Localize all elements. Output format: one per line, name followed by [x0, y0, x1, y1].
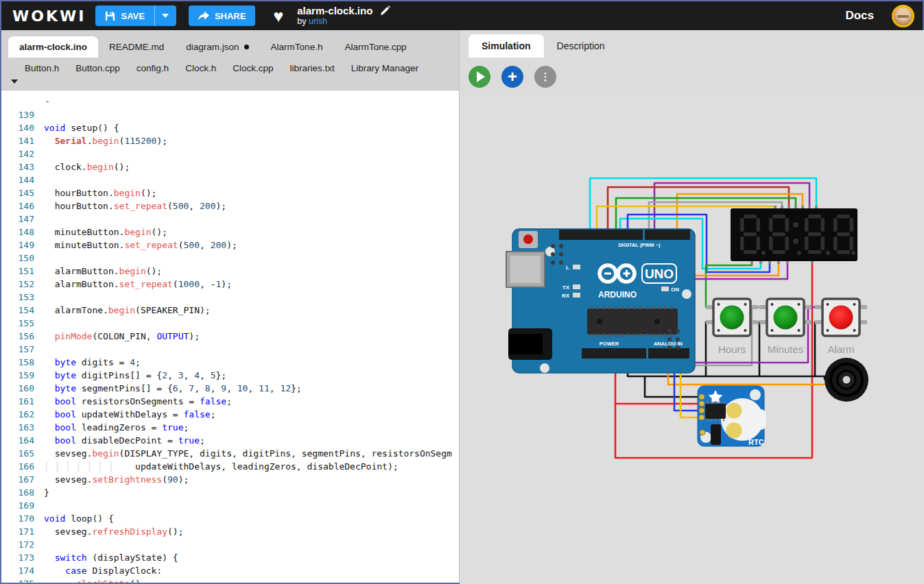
code-line: 153: [1, 291, 459, 304]
line-number: 153: [1, 291, 44, 304]
line-number: 175: [1, 577, 44, 583]
tab-label: config.h: [137, 63, 169, 73]
line-text: }: [44, 486, 459, 499]
unsaved-dot-icon: [244, 45, 249, 49]
pushbutton-hours[interactable]: Hours: [706, 299, 758, 355]
line-text: switch (displayState) {: [44, 551, 459, 564]
project-title: alarm-clock.ino: [297, 5, 372, 16]
save-dropdown-button[interactable]: [154, 5, 176, 26]
file-tab-alarmtone-cpp[interactable]: AlarmTone.cpp: [333, 36, 417, 58]
tab-label: libraries.txt: [289, 63, 334, 73]
sim-tab-description[interactable]: Description: [544, 34, 618, 58]
line-number: 150: [1, 252, 44, 265]
line-text: [44, 291, 459, 304]
file-tab-readme-md[interactable]: README.md: [98, 36, 175, 58]
byline-prefix: by: [297, 16, 306, 26]
file-tab-library-manager[interactable]: Library Manager: [343, 60, 427, 77]
uno-label: UNO: [645, 267, 674, 281]
more-options-button[interactable]: ⋮: [534, 66, 556, 88]
line-text: pinMode(COLON_PIN, OUTPUT);: [44, 330, 459, 343]
piezo-buzzer[interactable]: [825, 358, 868, 402]
line-text: }: [44, 101, 459, 102]
line-number: 169: [1, 499, 44, 512]
wire-black-rtc[interactable]: [645, 376, 698, 397]
on-label: ON: [671, 287, 679, 293]
tab-label: Simulation: [482, 40, 531, 51]
colon-dot-top: [793, 222, 798, 228]
digital-label: DIGITAL (PWM ~): [618, 242, 661, 248]
code-line: 150: [1, 252, 459, 265]
author-link[interactable]: urish: [309, 16, 327, 26]
pushbutton-alarm[interactable]: Alarm: [815, 299, 867, 355]
simulation-tabs: SimulationDescription: [460, 30, 924, 58]
code-line: 160 byte segmentPins[] = {6, 7, 8, 9, 10…: [1, 382, 459, 395]
line-text: [44, 317, 459, 330]
docs-link[interactable]: Docs: [845, 9, 874, 23]
file-tab-config-h[interactable]: config.h: [128, 60, 177, 77]
user-avatar[interactable]: [892, 5, 914, 27]
code-line: 168}: [1, 486, 459, 499]
buzzer-hole: [843, 376, 851, 384]
line-text: [44, 538, 459, 551]
line-number: 170: [1, 512, 44, 525]
code-line: 166│ │ │ │ │ │ │ updateWithDelays, leadi…: [1, 460, 459, 473]
minutes-button-cap[interactable]: [774, 306, 798, 330]
share-icon: [198, 11, 209, 21]
pushbutton-minutes[interactable]: Minutes: [759, 299, 812, 355]
save-button-group: SAVE: [95, 5, 176, 26]
tab-label: Button.h: [25, 63, 59, 73]
file-tab-clock-cpp[interactable]: Clock.cpp: [224, 60, 281, 77]
line-number: 162: [1, 408, 44, 421]
code-line: 143 clock.begin();: [1, 160, 459, 173]
tab-label: Clock.cpp: [233, 63, 273, 73]
code-line: 148 minuteButton.begin();: [1, 226, 459, 239]
simulation-canvas[interactable]: UNO ARDUINO DIGITAL (PWM ~) POWER ANALOG…: [460, 97, 924, 584]
tab-label: alarm-clock.ino: [19, 42, 87, 52]
file-tab-clock-h[interactable]: Clock.h: [177, 60, 224, 77]
file-tab-alarmtone-h[interactable]: AlarmTone.h: [260, 36, 334, 58]
edit-pencil-icon[interactable]: [379, 5, 390, 16]
project-title-block: alarm-clock.ino by urish: [297, 5, 390, 27]
seven-segment-display[interactable]: [731, 206, 857, 264]
code-line: 154 alarmTone.begin(SPEAKER_PIN);: [1, 304, 459, 317]
line-number: 155: [1, 317, 44, 330]
line-text: [44, 108, 459, 121]
file-tab-button-cpp[interactable]: Button.cpp: [67, 60, 128, 77]
line-text: [44, 147, 459, 160]
hours-button-label: Hours: [718, 343, 746, 355]
file-tab-libraries-txt[interactable]: libraries.txt: [281, 60, 342, 77]
hours-button-cap[interactable]: [720, 306, 744, 330]
tabs-overflow-caret-icon[interactable]: [11, 80, 18, 84]
file-tab-diagram-json[interactable]: diagram.json: [175, 36, 259, 58]
add-part-button[interactable]: +: [501, 66, 523, 88]
file-tab-bar: alarm-clock.inoREADME.mddiagram.jsonAlar…: [1, 30, 459, 90]
rx-label: RX: [562, 293, 570, 299]
file-tab-button-h[interactable]: Button.h: [16, 60, 67, 77]
play-button[interactable]: [469, 66, 490, 88]
code-line: 147: [1, 212, 459, 226]
code-line: 165 sevseg.begin(DISPLAY_TYPE, digits, d…: [1, 447, 459, 460]
arduino-uno-board[interactable]: UNO ARDUINO DIGITAL (PWM ~) POWER ANALOG…: [506, 229, 695, 373]
save-button[interactable]: SAVE: [95, 5, 154, 26]
simulation-header: SimulationDescription + ⋮: [460, 30, 924, 97]
top-bar: WOKWI SAVE SHARE ♥: [1, 1, 923, 30]
file-tab-alarm-clock-ino[interactable]: alarm-clock.ino: [8, 36, 98, 58]
sim-tab-simulation[interactable]: Simulation: [469, 34, 544, 58]
led-l-label: L: [566, 265, 569, 271]
code-line: 169: [1, 499, 459, 512]
circuit-diagram: UNO ARDUINO DIGITAL (PWM ~) POWER ANALOG…: [460, 97, 924, 584]
code-editor[interactable]: }139140void setup() {141 Serial.begin(11…: [1, 90, 459, 583]
like-heart-icon[interactable]: ♥: [273, 8, 283, 25]
share-button[interactable]: SHARE: [189, 5, 256, 26]
alarm-button-cap[interactable]: [829, 306, 853, 330]
line-number: 166: [1, 460, 44, 473]
power-header: [582, 348, 646, 358]
wokwi-logo[interactable]: WOKWI: [12, 8, 86, 25]
tab-label: AlarmTone.h: [271, 42, 323, 52]
line-text: sevseg.refreshDisplay();: [44, 525, 459, 538]
line-text: byte segmentPins[] = {6, 7, 8, 9, 10, 11…: [44, 382, 459, 395]
rtc-module[interactable]: RTC DS1307: [698, 386, 766, 451]
line-number: [1, 101, 44, 102]
tab-label: diagram.json: [186, 42, 239, 52]
code-line: 174 case DisplayClock:: [1, 564, 459, 577]
